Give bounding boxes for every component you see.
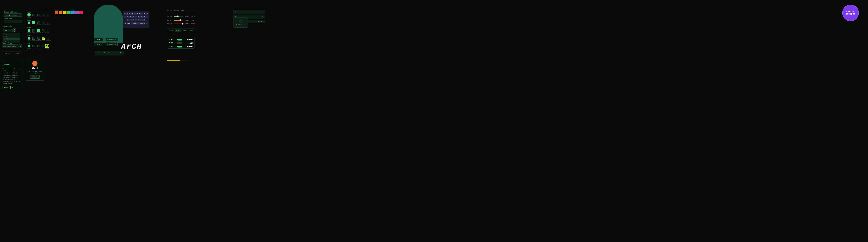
modal-button[interactable]: Button	[3, 86, 11, 89]
design-getup-dot[interactable]	[177, 16, 179, 17]
design-getup-proof2: PROOF	[191, 16, 195, 17]
quantity-input[interactable]: 100	[3, 29, 13, 32]
key-p[interactable]: P	[146, 12, 148, 15]
shape-triangle-4[interactable]: TRIANGLE	[45, 37, 51, 41]
key-r[interactable]: R	[131, 12, 133, 15]
key-a[interactable]: A	[124, 16, 126, 18]
key-w[interactable]: W	[126, 12, 129, 15]
key-y[interactable]: Y	[136, 12, 138, 15]
shape-arch-2[interactable]: ARCH	[42, 22, 44, 26]
arch-text: ArCH	[121, 42, 142, 51]
tab-color[interactable]: COLOR	[167, 29, 175, 32]
key-x[interactable]: X	[129, 19, 132, 21]
key-return[interactable]: return	[140, 22, 145, 25]
shape-triangle-5[interactable]: CIRCLE	[45, 45, 49, 49]
shape-rounded-2[interactable]: ROUNDED	[36, 22, 41, 26]
tab-text[interactable]: TEXT	[175, 29, 181, 32]
key-j[interactable]: J	[140, 16, 143, 18]
modal-close-button[interactable]: ×	[21, 60, 22, 62]
tab-draw[interactable]: DRAW	[188, 29, 195, 32]
key-l[interactable]: L	[146, 16, 148, 18]
qty-option-50[interactable]: 50	[4, 36, 20, 38]
keyboard-row-3: ⇧ Z X C V B N M ⌫	[124, 19, 148, 21]
key-k[interactable]: K	[143, 16, 146, 18]
key-shift[interactable]: ⇧	[124, 19, 126, 21]
key-z[interactable]: Z	[127, 19, 129, 21]
key-o[interactable]: O	[144, 12, 146, 15]
quantity-up-arrow[interactable]: ▲	[13, 28, 16, 30]
shape-circle-3[interactable]: CIRCLE	[27, 29, 31, 33]
key-space[interactable]: space	[131, 22, 140, 25]
design-proof-dot[interactable]	[182, 23, 184, 25]
alert-widget: ! Alert This is an alert description But…	[26, 59, 44, 81]
password-input[interactable]	[4, 20, 22, 23]
shape-triangle-3[interactable]: TRIANGLE	[45, 29, 51, 33]
key-u[interactable]: U	[139, 12, 141, 15]
key-emoji[interactable]: 😊	[124, 22, 127, 25]
shape-square-1[interactable]: SQUARE	[32, 14, 36, 18]
email-input[interactable]	[4, 14, 22, 17]
qty-option-25[interactable]: 25	[4, 33, 20, 36]
key-123[interactable]: 123	[127, 22, 130, 25]
shape-circle-5[interactable]: CIRCLE	[27, 45, 31, 49]
key-n[interactable]: N	[140, 19, 143, 21]
circle-sticker[interactable]: CIRCLE STICKER	[842, 5, 859, 21]
swatch-red[interactable]	[55, 11, 58, 15]
shape-circle-1[interactable]: CIRCLE	[27, 13, 31, 18]
key-backspace[interactable]: ⌫	[146, 19, 148, 21]
quantity-down-arrow[interactable]: ▼	[13, 30, 16, 32]
modal-star-icon: ★	[3, 60, 21, 63]
shape-arch-1[interactable]: ARCH	[42, 14, 44, 18]
shape-square-2[interactable]: SQUARE	[32, 21, 36, 26]
swatch-pink[interactable]	[79, 11, 83, 15]
key-t[interactable]: T	[134, 12, 136, 15]
design-getup-row: GET-UP DESIGN PROOF	[167, 16, 195, 17]
section-button[interactable]: ◉ SECTION	[105, 42, 118, 46]
key-e[interactable]: E	[129, 12, 131, 15]
swatch-yellow[interactable]	[63, 11, 66, 15]
quantity-dropdown[interactable]: 25 50 100 250	[3, 33, 21, 43]
swatch-green[interactable]	[67, 11, 70, 15]
swatch-orange[interactable]	[59, 11, 62, 15]
shape-triangle-2[interactable]: TRIANGLE	[45, 22, 51, 26]
shape-rounded-5[interactable]: ROUNDED	[36, 45, 41, 49]
shape-arch-4[interactable]: ARCH	[42, 37, 44, 41]
search-clear-icon[interactable]: ×	[262, 16, 263, 18]
qty-option-250[interactable]: 250	[4, 40, 20, 42]
key-d[interactable]: D	[129, 16, 132, 18]
shape-circle-4[interactable]: CIRCLE	[27, 37, 31, 41]
swatch-purple[interactable]	[75, 11, 79, 15]
search-input-1[interactable]	[236, 11, 263, 13]
design-design-dot[interactable]	[180, 19, 181, 21]
panel-button-1[interactable]: Button	[94, 38, 103, 41]
key-v[interactable]: V	[135, 19, 137, 21]
paper-type-select[interactable]: premium smooth	[2, 45, 22, 48]
key-h[interactable]: H	[137, 16, 140, 18]
shape-arch-5[interactable]: ARCH	[42, 45, 44, 49]
key-mic[interactable]: 🎤	[146, 22, 148, 25]
shape-rounded-3[interactable]: ROUNDED	[36, 29, 41, 33]
shape-square-5[interactable]: SQUARE	[32, 45, 36, 49]
key-s[interactable]: S	[127, 16, 129, 18]
alert-button[interactable]: Button	[30, 75, 40, 79]
key-f[interactable]: F	[132, 16, 134, 18]
shape-rounded-4[interactable]: ROUNDED	[36, 37, 41, 41]
shape-square-3[interactable]: SQUARE	[32, 29, 36, 33]
key-g[interactable]: G	[135, 16, 137, 18]
shape-rounded-1[interactable]: ROUNDED	[36, 14, 41, 18]
shape-circle-2[interactable]: CIRCLE	[27, 21, 31, 26]
shape-arch-3[interactable]: ARCH	[42, 29, 44, 33]
tab-image[interactable]: IMAGE	[181, 29, 188, 32]
selection-dropdown[interactable]: SELECTION ▼	[95, 51, 124, 55]
shape-triangle-1[interactable]: TRIANGLE	[45, 14, 51, 18]
swatch-blue[interactable]	[71, 11, 74, 15]
key-b[interactable]: B	[137, 19, 140, 21]
key-i[interactable]: I	[141, 12, 144, 15]
qty-option-100[interactable]: 100	[4, 38, 20, 40]
panel-button-2[interactable]: Button	[94, 42, 103, 46]
key-c[interactable]: C	[132, 19, 134, 21]
key-m[interactable]: M	[143, 19, 146, 21]
shape-square-4[interactable]: SQUARE	[32, 37, 36, 41]
preview-button[interactable]: ◉ PREVIEW	[105, 38, 118, 41]
key-q[interactable]: Q	[124, 12, 126, 15]
